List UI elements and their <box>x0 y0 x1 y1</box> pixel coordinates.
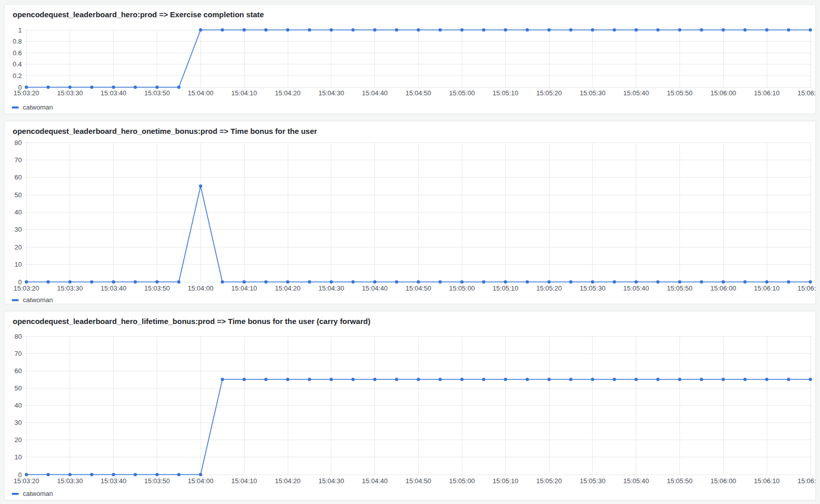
svg-text:15:05:20: 15:05:20 <box>536 477 562 485</box>
series-color-swatch-icon <box>12 299 19 301</box>
svg-text:15:05:20: 15:05:20 <box>536 89 562 97</box>
svg-text:15:05:50: 15:05:50 <box>667 89 693 97</box>
chart-canvas-exercise-completion[interactable]: 00.20.40.60.8115:03:2015:03:3015:03:4015… <box>5 23 816 101</box>
svg-text:15:03:30: 15:03:30 <box>57 284 83 292</box>
svg-text:0.8: 0.8 <box>13 38 22 45</box>
svg-text:15:04:00: 15:04:00 <box>188 284 214 292</box>
svg-text:15:04:10: 15:04:10 <box>231 284 257 292</box>
svg-text:15:04:30: 15:04:30 <box>319 284 345 292</box>
svg-text:80: 80 <box>15 333 22 340</box>
chart-canvas-lifetime-bonus[interactable]: 0102030405060708015:03:2015:03:3015:03:4… <box>5 330 816 488</box>
svg-text:15:05:30: 15:05:30 <box>580 284 606 292</box>
svg-text:15:03:20: 15:03:20 <box>14 477 40 485</box>
svg-text:40: 40 <box>15 402 22 409</box>
svg-text:10: 10 <box>15 453 22 461</box>
svg-text:15:03:50: 15:03:50 <box>144 477 170 485</box>
svg-text:15:05:50: 15:05:50 <box>667 284 693 292</box>
svg-text:15:04:30: 15:04:30 <box>319 477 345 485</box>
svg-text:15:05:00: 15:05:00 <box>449 284 475 292</box>
panel-title-onetime-bonus[interactable]: opencodequest_leaderboard_hero_onetime_b… <box>5 121 815 139</box>
series-color-swatch-icon <box>12 493 19 495</box>
svg-text:15:04:20: 15:04:20 <box>275 284 301 292</box>
svg-text:15:04:40: 15:04:40 <box>362 284 388 292</box>
svg-text:60: 60 <box>15 173 22 181</box>
svg-text:15:06:00: 15:06:00 <box>710 477 736 485</box>
legend-label: catwoman <box>23 296 53 304</box>
svg-text:15:04:20: 15:04:20 <box>275 477 301 485</box>
svg-text:15:04:20: 15:04:20 <box>275 89 301 97</box>
legend-item-catwoman[interactable]: catwoman <box>12 103 53 111</box>
svg-text:40: 40 <box>15 208 22 216</box>
svg-text:15:04:00: 15:04:00 <box>188 477 214 485</box>
svg-text:15:06:10: 15:06:10 <box>754 284 780 292</box>
svg-text:15:03:40: 15:03:40 <box>100 477 126 485</box>
svg-text:15:04:50: 15:04:50 <box>405 477 431 485</box>
legend-lifetime-bonus: catwoman <box>12 490 815 497</box>
svg-text:15:04:10: 15:04:10 <box>231 89 257 97</box>
svg-text:15:05:40: 15:05:40 <box>623 477 649 485</box>
svg-text:0.4: 0.4 <box>13 60 22 68</box>
legend-label: catwoman <box>23 103 53 111</box>
svg-text:15:05:10: 15:05:10 <box>493 89 519 97</box>
panel-exercise-completion-state: opencodequest_leaderboard_hero:prod => E… <box>4 4 816 114</box>
svg-text:15:03:30: 15:03:30 <box>57 89 83 97</box>
svg-text:15:04:30: 15:04:30 <box>319 89 345 97</box>
svg-text:1: 1 <box>18 26 22 34</box>
svg-text:15:03:50: 15:03:50 <box>144 89 170 97</box>
legend-label: catwoman <box>23 490 53 497</box>
svg-text:15:04:00: 15:04:00 <box>188 89 214 97</box>
svg-text:15:05:00: 15:05:00 <box>449 89 475 97</box>
svg-text:15:04:40: 15:04:40 <box>362 477 388 485</box>
svg-text:15:03:20: 15:03:20 <box>14 89 40 97</box>
svg-text:15:03:40: 15:03:40 <box>100 89 126 97</box>
svg-text:80: 80 <box>15 139 22 147</box>
svg-text:15:06:20: 15:06:20 <box>798 284 816 292</box>
svg-text:10: 10 <box>15 261 22 268</box>
panel-title-exercise-completion[interactable]: opencodequest_leaderboard_hero:prod => E… <box>5 5 815 23</box>
dashboard: opencodequest_leaderboard_hero:prod => E… <box>0 0 820 504</box>
svg-text:15:05:00: 15:05:00 <box>449 477 475 485</box>
svg-text:15:06:10: 15:06:10 <box>754 89 780 97</box>
svg-text:15:06:00: 15:06:00 <box>710 284 736 292</box>
svg-text:70: 70 <box>15 156 22 164</box>
panel-onetime-bonus: opencodequest_leaderboard_hero_onetime_b… <box>4 121 816 304</box>
legend-item-catwoman[interactable]: catwoman <box>12 296 53 304</box>
svg-text:15:03:20: 15:03:20 <box>14 284 40 292</box>
svg-text:15:04:50: 15:04:50 <box>405 284 431 292</box>
legend-item-catwoman[interactable]: catwoman <box>12 490 53 497</box>
svg-text:30: 30 <box>15 226 22 233</box>
svg-text:0.2: 0.2 <box>13 72 22 80</box>
svg-text:15:05:10: 15:05:10 <box>493 284 519 292</box>
svg-text:15:06:20: 15:06:20 <box>798 89 816 97</box>
svg-text:15:05:50: 15:05:50 <box>667 477 693 485</box>
legend-exercise-completion: catwoman <box>12 103 815 111</box>
svg-text:15:03:30: 15:03:30 <box>57 477 83 485</box>
svg-text:15:05:10: 15:05:10 <box>493 477 519 485</box>
svg-text:15:04:10: 15:04:10 <box>231 477 257 485</box>
svg-text:0.6: 0.6 <box>13 49 22 57</box>
legend-onetime-bonus: catwoman <box>12 296 815 304</box>
svg-text:15:06:20: 15:06:20 <box>798 477 816 485</box>
svg-text:20: 20 <box>15 243 22 251</box>
svg-text:30: 30 <box>15 419 22 426</box>
svg-text:15:05:30: 15:05:30 <box>580 477 606 485</box>
svg-text:15:06:00: 15:06:00 <box>710 89 736 97</box>
svg-text:70: 70 <box>15 350 22 357</box>
svg-text:15:04:50: 15:04:50 <box>405 89 431 97</box>
svg-text:60: 60 <box>15 367 22 375</box>
svg-text:15:03:40: 15:03:40 <box>100 284 126 292</box>
svg-text:15:06:10: 15:06:10 <box>754 477 780 485</box>
svg-text:15:05:30: 15:05:30 <box>580 89 606 97</box>
svg-text:15:05:40: 15:05:40 <box>623 284 649 292</box>
svg-text:15:04:40: 15:04:40 <box>362 89 388 97</box>
svg-text:15:03:50: 15:03:50 <box>144 284 170 292</box>
svg-text:50: 50 <box>15 384 22 392</box>
series-color-swatch-icon <box>12 106 19 109</box>
svg-text:15:05:20: 15:05:20 <box>536 284 562 292</box>
chart-canvas-onetime-bonus[interactable]: 0102030405060708015:03:2015:03:3015:03:4… <box>5 139 816 294</box>
svg-text:15:05:40: 15:05:40 <box>623 89 649 97</box>
svg-text:50: 50 <box>15 191 22 199</box>
svg-text:20: 20 <box>15 436 22 444</box>
panel-title-lifetime-bonus[interactable]: opencodequest_leaderboard_hero_lifetime_… <box>5 311 815 330</box>
panel-lifetime-bonus: opencodequest_leaderboard_hero_lifetime_… <box>4 311 816 500</box>
